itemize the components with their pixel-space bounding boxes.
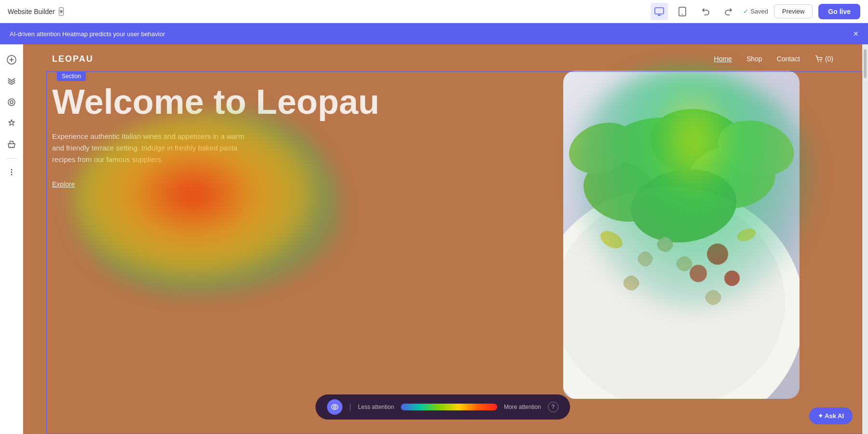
ai-tools-button[interactable] [2,114,21,133]
svg-point-7 [12,147,13,148]
banner-close-button[interactable]: × [853,29,858,39]
svg-point-10 [11,174,12,176]
saved-label: Saved [750,8,768,15]
hero-title[interactable]: Welcome to Leopau [52,83,390,121]
scroll-thumb[interactable] [864,49,867,78]
section-label[interactable]: Section [57,71,86,81]
scrollbar[interactable] [862,44,868,434]
hero-description[interactable]: Experience authentic Italian wines and a… [52,131,255,165]
legend-more-label: More attention [504,404,541,410]
svg-point-22 [707,244,728,265]
svg-point-2 [682,14,683,15]
nav-shop-link[interactable]: Shop [746,55,762,63]
hero-content: Welcome to Leopau Experience authentic I… [52,83,390,189]
explore-button[interactable]: Explore [52,180,75,188]
svg-point-4 [8,99,15,106]
svg-point-11 [818,61,819,62]
more-options-button[interactable] [2,163,21,182]
preview-navigation: LEOPAU Home Shop Contact (0) [23,44,862,73]
site-logo[interactable]: LEOPAU [52,54,94,64]
redo-button[interactable] [720,3,737,20]
add-element-button[interactable] [2,50,21,69]
cart-icon[interactable]: (0) [814,54,833,63]
nav-contact-link[interactable]: Contact [777,55,800,63]
main-layout: Section LEOPAU Home Shop Contact (0) Wel… [0,44,868,434]
info-banner: AI-driven attention Heatmap predicts you… [0,23,868,44]
legend-separator: | [349,403,351,411]
toolbar-left: Website Builder ▾ [8,7,64,16]
canvas-area[interactable]: Section LEOPAU Home Shop Contact (0) Wel… [23,44,862,434]
desktop-view-button[interactable] [651,3,668,20]
mobile-view-button[interactable] [674,3,691,20]
help-icon[interactable]: ? [548,402,558,412]
svg-point-24 [724,271,740,286]
legend-bar: | Less attention More attention ? [315,394,570,420]
svg-point-8 [11,169,12,171]
legend-less-label: Less attention [358,404,394,410]
left-sidebar [0,44,23,434]
nav-links: Home Shop Contact (0) [714,54,833,63]
site-preview: Section LEOPAU Home Shop Contact (0) Wel… [23,44,862,434]
svg-point-6 [10,147,11,148]
store-button[interactable] [2,135,21,154]
saved-check-icon: ✓ [743,8,748,15]
cart-count: (0) [825,55,833,63]
svg-rect-0 [655,8,664,14]
go-live-button[interactable]: Go live [818,4,860,19]
banner-text: AI-driven attention Heatmap predicts you… [10,30,165,38]
food-image-background [563,71,800,399]
undo-button[interactable] [697,3,714,20]
saved-indicator: ✓ Saved [743,8,768,15]
toolbar: Website Builder ▾ ✓ Saved [0,0,868,23]
svg-point-23 [690,265,707,282]
svg-point-5 [10,101,13,104]
app-title: Website Builder [8,8,55,15]
ask-ai-button[interactable]: ✦ Ask AI [809,407,853,424]
preview-button[interactable]: Preview [774,4,813,18]
food-image [563,71,800,399]
chevron-down-icon[interactable]: ▾ [59,7,64,16]
sidebar-divider [6,158,17,159]
svg-point-27 [334,406,336,408]
svg-point-12 [820,61,821,62]
toolbar-right: ✓ Saved Preview Go live [651,3,860,20]
nav-home-link[interactable]: Home [714,55,732,63]
legend-gradient [401,404,497,410]
eye-toggle-button[interactable] [327,399,342,415]
layers-button[interactable] [2,71,21,91]
svg-point-9 [11,172,12,173]
shapes-button[interactable] [2,93,21,112]
